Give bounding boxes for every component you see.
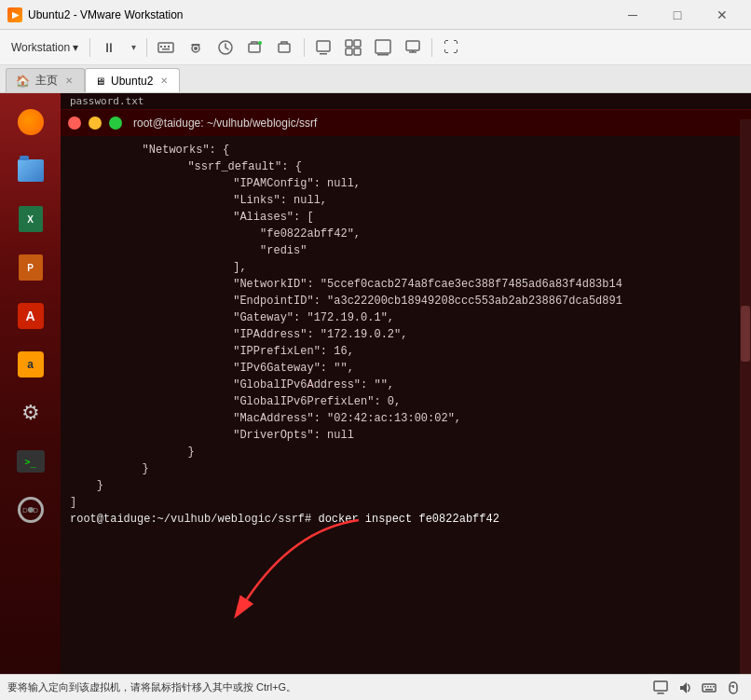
terminal-line-11: "Gateway": "172.19.0.1", (70, 309, 742, 326)
minimize-button[interactable]: ─ (611, 2, 654, 28)
home-tab-close[interactable]: ✕ (63, 75, 75, 87)
svg-rect-15 (346, 48, 352, 55)
svg-rect-26 (710, 686, 712, 688)
svg-rect-3 (168, 46, 170, 48)
terminal-line-15: "GlobalIPv6Address": "", (70, 377, 742, 393)
svg-rect-2 (164, 46, 166, 48)
view-normal-button[interactable] (310, 34, 336, 61)
svg-rect-16 (354, 48, 361, 55)
terminal-line-21: } (70, 477, 742, 494)
sidebar-item-terminal[interactable]: >_ (7, 440, 54, 483)
terminal-line-16: "GlobalIPv6PrefixLen": 0, (70, 393, 742, 410)
tab-bar: 🏠 主页 ✕ 🖥 Ubuntu2 ✕ (0, 65, 751, 93)
svg-rect-23 (703, 684, 716, 692)
settings-icon: ⚙ (18, 400, 44, 426)
sidebar-item-amazon[interactable]: a (7, 343, 54, 386)
scrollbar-thumb[interactable] (741, 306, 750, 362)
firefox-icon (18, 109, 44, 135)
terminal-line-6: "fe0822abff42", (70, 226, 742, 242)
window-controls: ─ □ ✕ (611, 2, 744, 28)
terminal-line-13: "IPPrefixLen": 16, (70, 343, 742, 360)
terminal-line-19: } (70, 444, 742, 460)
fullscreen-icon (375, 39, 391, 56)
sidebar-item-settings[interactable]: ⚙ (7, 391, 54, 434)
presentation-icon: P (19, 254, 43, 281)
pause-button[interactable]: ⏸ (96, 34, 122, 61)
amazon-icon: a (18, 351, 44, 377)
sidebar-item-spreadsheet[interactable]: X (7, 198, 54, 240)
sidebar-item-dvd[interactable]: DVD (7, 488, 54, 531)
terminal-maximize-button[interactable] (109, 117, 122, 130)
view-normal-icon (315, 39, 332, 56)
terminal-line-2: "ssrf_default": { (70, 158, 742, 175)
display-icon (404, 39, 421, 56)
terminal-line-5: "Aliases": [ (70, 209, 742, 226)
terminal-line-3: "IPAMConfig": null, (70, 175, 742, 192)
terminal-title-text: root@taiduge: ~/vulhub/weblogic/ssrf (133, 117, 317, 130)
camera-icon (187, 39, 204, 56)
terminal-title-bar: root@taiduge: ~/vulhub/weblogic/ssrf (61, 110, 751, 136)
ubuntu2-tab-close[interactable]: ✕ (158, 75, 170, 87)
tab-home[interactable]: 🏠 主页 ✕ (6, 68, 85, 92)
sidebar-item-files[interactable] (7, 149, 54, 192)
toolbar-separator-2 (146, 38, 147, 57)
spreadsheet-icon: X (19, 206, 43, 232)
terminal-line-20: } (70, 460, 742, 477)
files-icon (18, 159, 44, 182)
terminal-line-12: "IPAddress": "172.19.0.2", (70, 326, 742, 343)
tab-ubuntu2[interactable]: 🖥 Ubuntu2 ✕ (85, 68, 180, 92)
terminal-line-14: "IPv6Gateway": "", (70, 360, 742, 377)
snapshot2-button[interactable] (272, 34, 298, 61)
sidebar-item-presentation[interactable]: P (7, 246, 54, 289)
status-icon-keyboard[interactable] (699, 678, 719, 698)
text-editor-icon: A (18, 303, 44, 329)
maximize-button[interactable]: □ (656, 2, 699, 28)
svg-rect-18 (377, 54, 389, 56)
close-button[interactable]: ✕ (701, 2, 744, 28)
main-content: X P A a ⚙ >_ DVD password.txt (0, 93, 751, 674)
home-tab-label: 主页 (35, 73, 58, 89)
svg-rect-19 (406, 41, 419, 50)
screenshot-button[interactable] (183, 34, 209, 61)
terminal-line-1: "Networks": { (70, 142, 742, 158)
terminal-line-8: ], (70, 259, 742, 276)
svg-rect-13 (346, 40, 352, 47)
svg-rect-25 (707, 686, 709, 688)
terminal-window: password.txt root@taiduge: ~/vulhub/webl… (61, 93, 751, 674)
status-icon-monitor[interactable] (650, 678, 671, 698)
snapshot-icon (247, 39, 264, 56)
terminal-icon: >_ (17, 450, 45, 473)
sidebar-item-firefox[interactable] (7, 101, 54, 144)
toolbar: Workstation ▾ ⏸ ▾ ⛶ (0, 30, 751, 65)
status-icon-mouse[interactable] (723, 678, 744, 698)
send-ctrl-alt-del-button[interactable] (153, 34, 179, 61)
svg-rect-14 (354, 40, 361, 47)
svg-rect-17 (376, 40, 390, 53)
sidebar-item-text[interactable]: A (7, 295, 54, 337)
save-snapshot-icon (277, 39, 294, 56)
terminal-minimize-button[interactable] (89, 117, 102, 130)
terminal-body[interactable]: "Networks": { "ssrf_default": { "IPAMCon… (61, 136, 751, 674)
file-label: password.txt (61, 93, 751, 110)
svg-point-6 (194, 47, 198, 50)
vm-content[interactable]: password.txt root@taiduge: ~/vulhub/webl… (61, 93, 751, 674)
toolbar-separator-1 (89, 38, 90, 57)
terminal-prompt-line: root@taiduge:~/vulhub/weblogic/ssrf# doc… (70, 511, 742, 528)
maximize-vm-button[interactable]: ⛶ (438, 34, 464, 61)
view-unity-icon (345, 39, 362, 56)
home-tab-icon: 🏠 (16, 75, 30, 88)
view-option-button[interactable] (400, 34, 426, 61)
history-button[interactable] (212, 34, 239, 61)
status-icons (650, 678, 744, 698)
view-fullscreen-button[interactable] (370, 34, 396, 61)
terminal-scrollbar[interactable] (740, 119, 751, 674)
window-title: Ubuntu2 - VMware Workstation (28, 8, 184, 21)
title-bar: ▶ Ubuntu2 - VMware Workstation ─ □ ✕ (0, 0, 751, 30)
pause-dropdown[interactable]: ▾ (126, 34, 141, 61)
status-icon-sound[interactable] (675, 678, 695, 698)
svg-rect-11 (317, 41, 330, 51)
snapshot1-button[interactable] (242, 34, 268, 61)
workstation-menu[interactable]: Workstation ▾ (6, 34, 84, 61)
view-unity-button[interactable] (340, 34, 366, 61)
terminal-close-button[interactable] (68, 117, 81, 130)
